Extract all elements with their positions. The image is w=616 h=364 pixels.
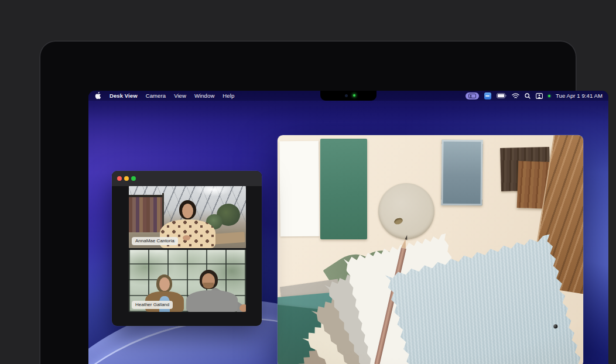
face — [202, 273, 215, 289]
apple-logo-icon[interactable] — [95, 92, 101, 99]
teal-tile — [320, 139, 367, 239]
display-notch — [320, 91, 377, 101]
menu-camera[interactable]: Camera — [146, 92, 166, 99]
fabric-grommet — [553, 324, 558, 328]
felt-disc — [378, 183, 434, 239]
video-call-titlebar[interactable] — [112, 171, 262, 186]
wifi-icon[interactable] — [512, 93, 519, 99]
video-call-window: AnnaMae Cantoria — [112, 171, 262, 326]
participant-name-badge: Heather Galland — [132, 301, 173, 310]
menu-bar-status: Tue Apr 1 9:41 AM — [466, 91, 603, 101]
macbook-screen: AnnaMae Cantoria — [88, 91, 608, 364]
desk-view-active-icon[interactable] — [466, 92, 479, 99]
battery-icon[interactable] — [497, 93, 507, 98]
participant-name-badge: AnnaMae Cantoria — [132, 237, 178, 246]
search-icon[interactable] — [525, 93, 531, 99]
desk-view-app-icon[interactable] — [484, 92, 491, 99]
camera-in-use-dot — [548, 95, 550, 97]
menu-view[interactable]: View — [174, 92, 186, 99]
hand — [239, 304, 246, 312]
desk-view-window[interactable] — [278, 135, 583, 364]
participant-man — [185, 270, 239, 312]
zoom-button[interactable] — [131, 176, 136, 181]
gray-shirt — [186, 290, 238, 312]
camera-lens — [345, 94, 348, 97]
fast-user-switching-icon[interactable] — [536, 93, 543, 99]
menu-bar-left: Desk View Camera View Window Help — [88, 92, 234, 99]
camera-led-icon — [353, 94, 355, 97]
close-button[interactable] — [117, 176, 122, 181]
marketing-canvas: AnnaMae Cantoria — [0, 0, 616, 364]
macbook-bezel: AnnaMae Cantoria — [40, 42, 576, 364]
menu-app-name[interactable]: Desk View — [109, 92, 138, 99]
face — [182, 204, 193, 218]
menu-help[interactable]: Help — [223, 92, 234, 99]
video-tile-heather: Heather Galland — [129, 250, 246, 312]
blue-glazed-tile — [441, 140, 482, 206]
felt-disc-hole — [393, 217, 404, 226]
minimize-button[interactable] — [124, 176, 129, 181]
video-tile-annamae: AnnaMae Cantoria — [129, 186, 246, 248]
hand — [183, 235, 190, 241]
traffic-lights — [117, 176, 136, 181]
white-paper-swatch — [279, 141, 320, 237]
menu-window[interactable]: Window — [194, 92, 214, 99]
video-tiles: AnnaMae Cantoria — [129, 186, 246, 312]
face — [159, 277, 170, 291]
menu-bar-clock[interactable]: Tue Apr 1 9:41 AM — [556, 92, 603, 99]
